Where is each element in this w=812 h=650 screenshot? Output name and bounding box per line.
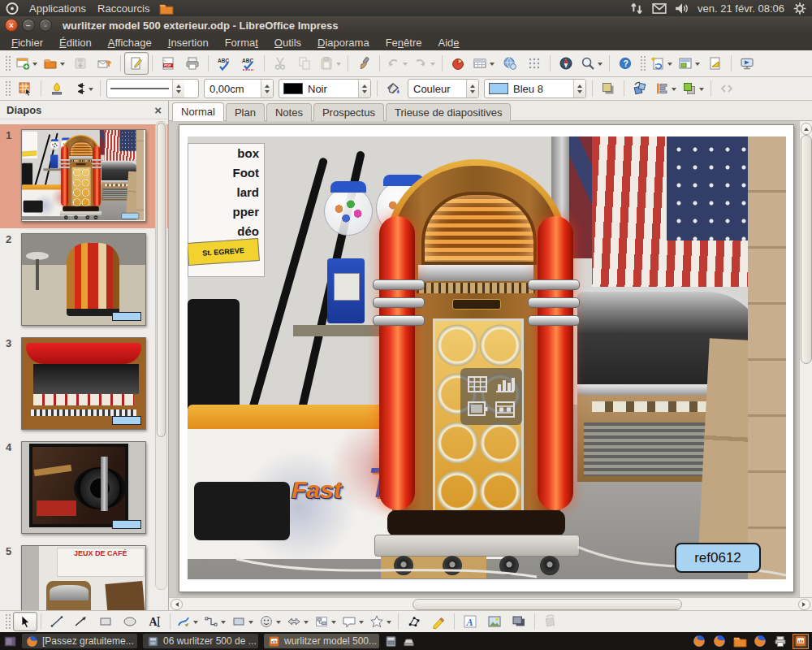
show-desktop-button[interactable]: [4, 635, 16, 648]
spinner[interactable]: [261, 80, 273, 98]
new-presentation-button[interactable]: [13, 52, 41, 75]
align-button[interactable]: [652, 79, 680, 98]
fill-type-select[interactable]: Couleur: [408, 79, 479, 98]
line-style-select[interactable]: [106, 79, 199, 98]
slide-5-thumbnail[interactable]: JEUX DE CAFÉ: [21, 545, 146, 610]
slide-1-thumbnail[interactable]: [21, 129, 146, 222]
spinner[interactable]: [466, 80, 478, 98]
tab-plan[interactable]: Plan: [226, 103, 265, 121]
menu-diaporama[interactable]: Diaporama: [311, 36, 376, 50]
export-pdf-button[interactable]: PDF: [156, 52, 180, 75]
copy-button[interactable]: [292, 52, 317, 75]
folder-indicator-icon[interactable]: [159, 2, 174, 15]
spellcheck-button[interactable]: ABC: [212, 52, 236, 75]
tab-prospectus[interactable]: Prospectus: [313, 103, 384, 121]
firefox-launcher-1[interactable]: [692, 635, 706, 648]
ref-label[interactable]: ref0612: [675, 543, 761, 573]
new-slide-button[interactable]: [648, 52, 676, 75]
symbol-shapes-button[interactable]: [257, 612, 284, 631]
content-placeholder-overlay[interactable]: [460, 368, 522, 425]
rotate-tool-button[interactable]: [538, 612, 563, 631]
taskbar-window-document[interactable]: 06 wurlitzer 500 de ...: [143, 634, 258, 648]
menu-fichier[interactable]: Fichier: [5, 36, 50, 50]
minimize-button[interactable]: −: [22, 19, 35, 32]
folder-launcher[interactable]: [732, 635, 747, 648]
insert-video-icon[interactable]: [494, 400, 516, 419]
navigator-button[interactable]: [554, 52, 578, 75]
print-button[interactable]: [180, 52, 205, 75]
interaction-button[interactable]: [715, 79, 739, 98]
stars-button[interactable]: [367, 612, 395, 631]
insert-chart-button[interactable]: [446, 52, 470, 75]
clock[interactable]: ven. 21 févr. 08:06: [698, 2, 784, 15]
scrollbar-thumb[interactable]: [412, 599, 682, 610]
scrollbar-thumb[interactable]: [801, 135, 812, 364]
cut-button[interactable]: [268, 52, 292, 75]
slide-2-thumbnail[interactable]: [21, 233, 146, 326]
insert-table-icon[interactable]: [466, 375, 489, 394]
slide-photo-object[interactable]: boxFootlardpperdéo St. EGREVE: [188, 136, 786, 579]
taskbar-window-impress[interactable]: wurlitzer model 500...: [264, 634, 379, 648]
save-button[interactable]: [68, 52, 93, 75]
printer-launcher[interactable]: [773, 635, 788, 648]
volume-icon[interactable]: [675, 2, 689, 15]
shadow-button[interactable]: [596, 79, 620, 98]
fontwork-button[interactable]: A: [458, 612, 482, 631]
slide-design-button[interactable]: [703, 52, 728, 75]
mail-icon[interactable]: [652, 2, 667, 15]
applications-menu[interactable]: Applications: [28, 2, 88, 15]
arrowheads-button[interactable]: [69, 79, 97, 98]
horizontal-scrollbar[interactable]: [169, 597, 812, 610]
start-slideshow-button[interactable]: [735, 52, 759, 75]
scroll-left-button[interactable]: [171, 599, 183, 610]
help-button[interactable]: ?: [613, 52, 637, 75]
vertical-scrollbar[interactable]: [799, 121, 812, 597]
impress-launcher[interactable]: [793, 635, 808, 648]
glue-points-tool-button[interactable]: [426, 612, 451, 631]
slide-thumbnail-item-2[interactable]: 2: [0, 228, 168, 332]
fill-color-select[interactable]: Bleu 8: [484, 79, 586, 98]
insert-table-button[interactable]: [470, 52, 498, 75]
arrange-button[interactable]: [680, 79, 707, 98]
slide-thumbnail-item-5[interactable]: 5 JEUX DE CAFÉ: [0, 540, 168, 610]
fill-style-button[interactable]: [381, 79, 405, 98]
arrow-tool-button[interactable]: [69, 612, 93, 631]
glue-points-button[interactable]: [45, 79, 69, 98]
scroll-up-button[interactable]: [801, 123, 812, 135]
text-tool-button[interactable]: A: [142, 612, 166, 631]
places-menu[interactable]: Raccourcis: [96, 2, 151, 15]
insert-chart-icon[interactable]: [494, 375, 516, 394]
insert-image-icon[interactable]: [466, 400, 489, 419]
network-icon[interactable]: [629, 2, 644, 15]
slide-canvas[interactable]: boxFootlardpperdéo St. EGREVE: [169, 121, 799, 597]
basic-shapes-button[interactable]: [229, 612, 257, 631]
window-titlebar[interactable]: × − ▫ wurlitzer model 500 exterieur.odp …: [0, 16, 812, 34]
menu-fenetre[interactable]: Fenêtre: [379, 36, 429, 50]
edit-mode-button[interactable]: [124, 52, 149, 75]
edit-points-button[interactable]: [402, 612, 426, 631]
toolbar-handle[interactable]: [640, 55, 646, 72]
close-panel-button[interactable]: ×: [154, 103, 162, 117]
gallery-button[interactable]: [507, 612, 531, 631]
menu-format[interactable]: Format: [218, 36, 265, 50]
spinner[interactable]: [358, 80, 370, 98]
slide-thumbnail-item-1[interactable]: 1: [0, 124, 168, 228]
calculator-tray-icon[interactable]: [385, 635, 397, 648]
slide-page[interactable]: boxFootlardpperdéo St. EGREVE: [179, 124, 794, 592]
paste-button[interactable]: [317, 52, 344, 75]
maximize-button[interactable]: ▫: [39, 19, 52, 32]
line-width-input[interactable]: 0,00cm: [204, 79, 274, 98]
ellipse-tool-button[interactable]: [118, 612, 142, 631]
distributor-logo-icon[interactable]: [5, 2, 19, 15]
zoom-button[interactable]: [578, 52, 606, 75]
menu-affichage[interactable]: Affichage: [102, 36, 158, 50]
slide-3-thumbnail[interactable]: [21, 337, 146, 430]
open-button[interactable]: [41, 52, 68, 75]
slides-panel-scrollbar[interactable]: [155, 121, 167, 590]
insert-image-button[interactable]: [482, 612, 507, 631]
rectangle-tool-button[interactable]: [93, 612, 118, 631]
block-arrows-button[interactable]: [284, 612, 312, 631]
edit-points-mode-button[interactable]: [13, 79, 37, 98]
slide-4-thumbnail[interactable]: [21, 441, 146, 534]
scrollbar-thumb[interactable]: [157, 123, 166, 437]
